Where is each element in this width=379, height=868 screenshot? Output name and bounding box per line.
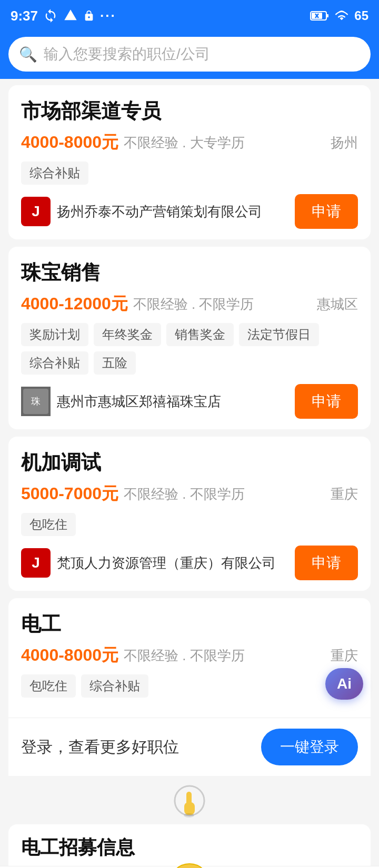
job-salary-1: 4000-8000元 [21,131,118,154]
job-req-2: 不限经验 . 不限学历 [133,295,254,314]
company-name-1: 扬州乔泰不动产营销策划有限公司 [57,203,262,221]
company-name-3: 梵顶人力资源管理（重庆）有限公司 [57,554,276,572]
job-location-2: 惠城区 [317,295,358,314]
svg-point-11 [184,813,194,817]
job-meta-4: 4000-8000元 不限经验 . 不限学历 重庆 [21,644,358,667]
tag-3-0: 包吃住 [21,513,76,536]
search-placeholder: 输入您要搜索的职位/公司 [44,44,210,64]
tag-4-0: 包吃住 [21,674,76,698]
publish-icon [168,863,211,869]
svg-point-15 [169,864,210,869]
job-company-row-1: J 扬州乔泰不动产营销策划有限公司 申请 [21,194,358,229]
job-meta-3: 5000-7000元 不限经验 . 不限学历 重庆 [21,482,358,506]
job-card-1[interactable]: 市场部渠道专员 4000-8000元 不限经验 . 大专学历 扬州 综合补贴 J… [8,85,371,239]
tag-2-3: 法定节假日 [239,323,319,346]
job-location-1: 扬州 [331,134,358,152]
tag-1-0: 综合补贴 [21,162,88,185]
tag-4-1: 综合补贴 [81,674,148,698]
company-info-1: J 扬州乔泰不动产营销策划有限公司 [21,197,262,226]
login-overlay: 登录，查看更多好职位 一键登录 [8,718,371,776]
lock-icon [83,8,95,23]
job-tags-2: 奖励计划 年终奖金 销售奖金 法定节假日 综合补贴 五险 [21,323,358,375]
svg-rect-10 [186,792,192,806]
job-location-3: 重庆 [331,485,358,503]
wifi-icon [333,8,350,23]
job-tags-4: 包吃住 综合补贴 [21,674,358,698]
company-logo-2: 珠 [21,387,51,416]
finger-cursor-icon [168,782,211,824]
apply-btn-3[interactable]: 申请 [295,546,358,580]
apply-btn-2[interactable]: 申请 [295,384,358,419]
job-location-4: 重庆 [331,647,358,665]
job-req-4: 不限经验 . 不限学历 [124,647,245,665]
tag-2-4: 综合补贴 [21,351,88,375]
tag-2-5: 五险 [94,351,136,375]
job-tags-3: 包吃住 [21,513,358,536]
one-click-login-button[interactable]: 一键登录 [261,729,358,765]
job-list: 市场部渠道专员 4000-8000元 不限经验 . 大专学历 扬州 综合补贴 J… [0,79,379,782]
svg-text:珠: 珠 [31,396,41,407]
login-prompt-text: 登录，查看更多好职位 [21,736,179,758]
partial-card: 电工招募信息 [8,824,371,866]
search-icon: 🔍 [19,46,37,63]
job-card-4[interactable]: 电工 4000-8000元 不限经验 . 不限学历 重庆 包吃住 综合补贴 登录… [8,598,371,776]
time-display: 9:37 [11,8,38,24]
company-info-3: J 梵顶人力资源管理（重庆）有限公司 [21,548,276,578]
battery-icon [310,8,329,23]
sync-icon [43,8,58,23]
ai-label: Ai [337,675,352,692]
status-right: 65 [310,8,368,23]
nav-item-publish[interactable]: 发布 [168,863,211,869]
status-bar: 9:37 ··· 65 [0,0,379,32]
dots-menu: ··· [100,8,116,24]
company-logo-1: J [21,197,51,226]
apply-btn-1[interactable]: 申请 [295,194,358,229]
job-card-3[interactable]: 机加调试 5000-7000元 不限经验 . 不限学历 重庆 包吃住 J 梵顶人… [8,437,371,591]
partial-card-title: 电工招募信息 [21,835,358,861]
tag-2-2: 销售奖金 [166,323,234,346]
company-logo-3: J [21,548,51,578]
search-bar: 🔍 输入您要搜索的职位/公司 [0,32,379,79]
job-title-2: 珠宝销售 [21,259,358,286]
job-salary-4: 4000-8000元 [21,644,118,667]
job-title-1: 市场部渠道专员 [21,98,358,125]
job-title-4: 电工 [21,611,358,638]
job-company-row-3: J 梵顶人力资源管理（重庆）有限公司 申请 [21,546,358,580]
company-name-2: 惠州市惠城区郑禧福珠宝店 [57,392,221,411]
job-req-3: 不限经验 . 不限学历 [124,485,245,503]
bottom-nav: 首页 找工作 [0,866,379,868]
job-meta-1: 4000-8000元 不限经验 . 大专学历 扬州 [21,131,358,154]
job-card-inner-4: 电工 4000-8000元 不限经验 . 不限学历 重庆 包吃住 综合补贴 [8,598,371,718]
battery-level: 65 [354,8,368,23]
tag-2-0: 奖励计划 [21,323,88,346]
ai-fab-button[interactable]: Ai [325,668,363,700]
job-tags-1: 综合补贴 [21,162,358,185]
tag-2-1: 年终奖金 [94,323,161,346]
status-left: 9:37 ··· [11,8,116,24]
company-info-2: 珠 惠州市惠城区郑禧福珠宝店 [21,387,221,416]
job-salary-3: 5000-7000元 [21,482,118,506]
search-input-wrap[interactable]: 🔍 输入您要搜索的职位/公司 [8,37,371,72]
job-card-2[interactable]: 珠宝销售 4000-12000元 不限经验 . 不限学历 惠城区 奖励计划 年终… [8,247,371,429]
job-title-3: 机加调试 [21,449,358,476]
job-salary-2: 4000-12000元 [21,292,128,316]
svg-rect-1 [326,14,328,17]
job-meta-2: 4000-12000元 不限经验 . 不限学历 惠城区 [21,292,358,316]
job-req-1: 不限经验 . 大专学历 [124,134,245,152]
triangle-icon [63,8,78,23]
cursor-area [0,782,379,824]
job-company-row-2: 珠 惠州市惠城区郑禧福珠宝店 申请 [21,384,358,419]
